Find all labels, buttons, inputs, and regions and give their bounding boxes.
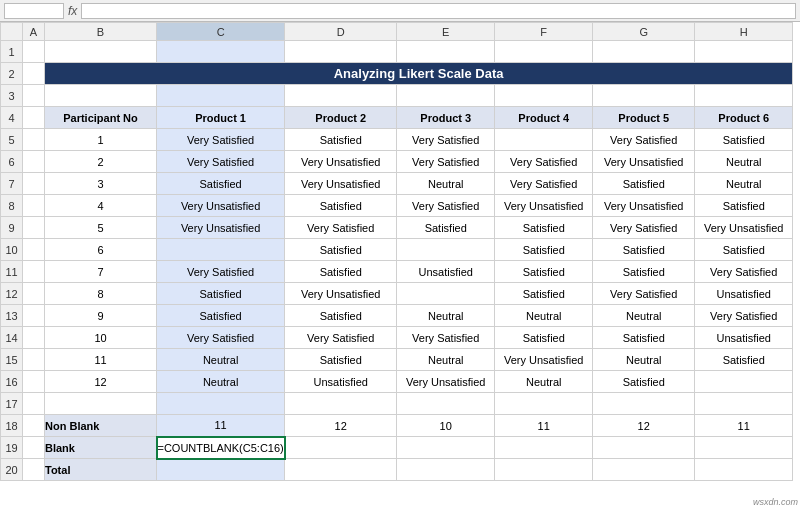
col-header-f[interactable]: F	[495, 23, 593, 41]
total-f[interactable]	[495, 459, 593, 481]
cell-a3[interactable]	[23, 85, 45, 107]
formula-input[interactable]: =COUNTBLANK(C5:C16)	[81, 3, 796, 19]
cell-g15[interactable]: Neutral	[593, 349, 695, 371]
cell-d3[interactable]	[285, 85, 397, 107]
cell-e9[interactable]: Satisfied	[397, 217, 495, 239]
cell-e10[interactable]	[397, 239, 495, 261]
cell-h14[interactable]: Unsatisfied	[695, 327, 793, 349]
cell-g8[interactable]: Very Unsatisfied	[593, 195, 695, 217]
cell-b11[interactable]: 7	[45, 261, 157, 283]
cell-c14[interactable]: Very Satisfied	[157, 327, 285, 349]
cell-h7[interactable]: Neutral	[695, 173, 793, 195]
blank-d[interactable]	[285, 437, 397, 459]
cell-f14[interactable]: Satisfied	[495, 327, 593, 349]
cell-f3[interactable]	[495, 85, 593, 107]
cell-c10[interactable]	[157, 239, 285, 261]
cell-d1[interactable]	[285, 41, 397, 63]
cell-h3[interactable]	[695, 85, 793, 107]
cell-h10[interactable]: Satisfied	[695, 239, 793, 261]
cell-f8[interactable]: Very Unsatisfied	[495, 195, 593, 217]
cell-g11[interactable]: Satisfied	[593, 261, 695, 283]
cell-e11[interactable]: Unsatisfied	[397, 261, 495, 283]
non-blank-h[interactable]: 11	[695, 415, 793, 437]
cell-c16[interactable]: Neutral	[157, 371, 285, 393]
cell-e14[interactable]: Very Satisfied	[397, 327, 495, 349]
cell-f6[interactable]: Very Satisfied	[495, 151, 593, 173]
cell-f13[interactable]: Neutral	[495, 305, 593, 327]
col-header-g[interactable]: G	[593, 23, 695, 41]
cell-d13[interactable]: Satisfied	[285, 305, 397, 327]
blank-c[interactable]: =COUNTBLANK(C5:C16)	[157, 437, 285, 459]
non-blank-c[interactable]: 11	[157, 415, 285, 437]
cell-b12[interactable]: 8	[45, 283, 157, 305]
cell-a2[interactable]	[23, 63, 45, 85]
cell-d5[interactable]: Satisfied	[285, 129, 397, 151]
cell-f15[interactable]: Very Unsatisfied	[495, 349, 593, 371]
blank-f[interactable]	[495, 437, 593, 459]
total-e[interactable]	[397, 459, 495, 481]
cell-g14[interactable]: Satisfied	[593, 327, 695, 349]
cell-f11[interactable]: Satisfied	[495, 261, 593, 283]
cell-h9[interactable]: Very Unsatisfied	[695, 217, 793, 239]
cell-c3[interactable]	[157, 85, 285, 107]
cell-b7[interactable]: 3	[45, 173, 157, 195]
cell-h16[interactable]	[695, 371, 793, 393]
cell-b6[interactable]: 2	[45, 151, 157, 173]
cell-f1[interactable]	[495, 41, 593, 63]
cell-h8[interactable]: Satisfied	[695, 195, 793, 217]
cell-e1[interactable]	[397, 41, 495, 63]
cell-a4[interactable]	[23, 107, 45, 129]
cell-e8[interactable]: Very Satisfied	[397, 195, 495, 217]
cell-b13[interactable]: 9	[45, 305, 157, 327]
cell-b1[interactable]	[45, 41, 157, 63]
cell-c15[interactable]: Neutral	[157, 349, 285, 371]
cell-d16[interactable]: Unsatisfied	[285, 371, 397, 393]
non-blank-f[interactable]: 11	[495, 415, 593, 437]
cell-g9[interactable]: Very Satisfied	[593, 217, 695, 239]
cell-f7[interactable]: Very Satisfied	[495, 173, 593, 195]
name-box[interactable]: C19	[4, 3, 64, 19]
non-blank-e[interactable]: 10	[397, 415, 495, 437]
cell-g5[interactable]: Very Satisfied	[593, 129, 695, 151]
cell-b5[interactable]: 1	[45, 129, 157, 151]
cell-h15[interactable]: Satisfied	[695, 349, 793, 371]
cell-e12[interactable]	[397, 283, 495, 305]
cell-c12[interactable]: Satisfied	[157, 283, 285, 305]
cell-b10[interactable]: 6	[45, 239, 157, 261]
cell-g6[interactable]: Very Unsatisfied	[593, 151, 695, 173]
cell-b16[interactable]: 12	[45, 371, 157, 393]
total-c[interactable]	[157, 459, 285, 481]
cell-a1[interactable]	[23, 41, 45, 63]
cell-d6[interactable]: Very Unsatisfied	[285, 151, 397, 173]
cell-f5[interactable]	[495, 129, 593, 151]
blank-h[interactable]	[695, 437, 793, 459]
cell-h12[interactable]: Unsatisfied	[695, 283, 793, 305]
cell-h6[interactable]: Neutral	[695, 151, 793, 173]
cell-c13[interactable]: Satisfied	[157, 305, 285, 327]
cell-d9[interactable]: Very Satisfied	[285, 217, 397, 239]
total-g[interactable]	[593, 459, 695, 481]
col-header-h[interactable]: H	[695, 23, 793, 41]
cell-f10[interactable]: Satisfied	[495, 239, 593, 261]
cell-g3[interactable]	[593, 85, 695, 107]
col-header-e[interactable]: E	[397, 23, 495, 41]
col-header-a[interactable]: A	[23, 23, 45, 41]
cell-d11[interactable]: Satisfied	[285, 261, 397, 283]
cell-g16[interactable]: Satisfied	[593, 371, 695, 393]
cell-f16[interactable]: Neutral	[495, 371, 593, 393]
cell-e15[interactable]: Neutral	[397, 349, 495, 371]
cell-b8[interactable]: 4	[45, 195, 157, 217]
cell-e13[interactable]: Neutral	[397, 305, 495, 327]
col-header-c[interactable]: C	[157, 23, 285, 41]
cell-c9[interactable]: Very Unsatisfied	[157, 217, 285, 239]
cell-d14[interactable]: Very Satisfied	[285, 327, 397, 349]
cell-b3[interactable]	[45, 85, 157, 107]
cell-b14[interactable]: 10	[45, 327, 157, 349]
cell-h13[interactable]: Very Satisfied	[695, 305, 793, 327]
cell-d12[interactable]: Very Unsatisfied	[285, 283, 397, 305]
cell-h5[interactable]: Satisfied	[695, 129, 793, 151]
cell-d15[interactable]: Satisfied	[285, 349, 397, 371]
cell-g13[interactable]: Neutral	[593, 305, 695, 327]
blank-g[interactable]	[593, 437, 695, 459]
cell-c6[interactable]: Very Satisfied	[157, 151, 285, 173]
